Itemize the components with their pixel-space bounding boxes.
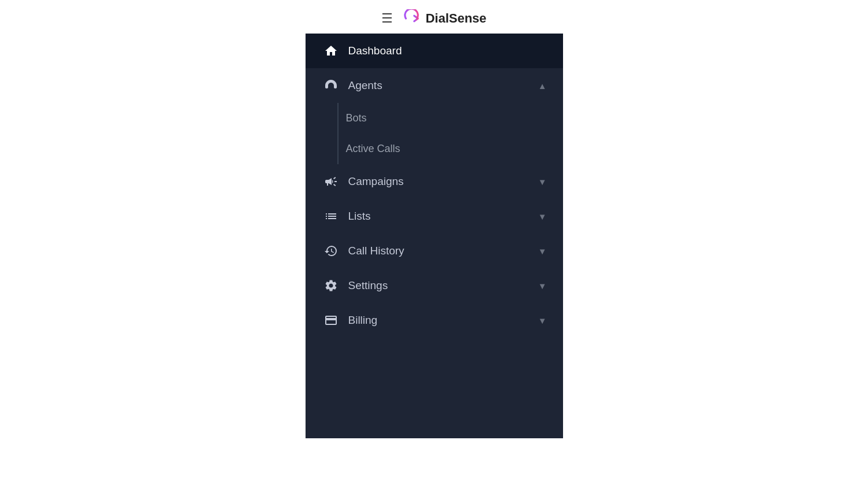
sidebar-item-agents[interactable]: Agents ▲ <box>306 68 563 103</box>
campaigns-chevron-down-icon: ▼ <box>538 177 547 187</box>
sidebar-item-settings[interactable]: Settings ▼ <box>306 268 563 303</box>
settings-chevron-down-icon: ▼ <box>538 281 547 291</box>
sidebar-item-lists-label: Lists <box>348 210 538 223</box>
agents-chevron-up-icon: ▲ <box>538 81 547 91</box>
settings-icon <box>322 279 340 293</box>
sidebar-item-dashboard-label: Dashboard <box>348 45 547 57</box>
sidebar-item-billing[interactable]: Billing ▼ <box>306 303 563 338</box>
sidebar-item-bots-label: Bots <box>346 112 367 124</box>
sidebar-item-active-calls-label: Active Calls <box>346 143 400 155</box>
main-content: Dashboard Agents ▲ Bots Active Calls <box>0 34 868 488</box>
history-icon <box>322 244 340 258</box>
lists-chevron-down-icon: ▼ <box>538 212 547 221</box>
dialsense-logo-icon <box>402 9 421 28</box>
sidebar-item-bots[interactable]: Bots <box>306 103 563 134</box>
logo-text: DialSense <box>425 11 486 26</box>
sidebar: Dashboard Agents ▲ Bots Active Calls <box>306 34 563 438</box>
list-icon <box>322 209 340 223</box>
agents-submenu: Bots Active Calls <box>306 103 563 164</box>
call-history-chevron-down-icon: ▼ <box>538 246 547 256</box>
sidebar-item-campaigns[interactable]: Campaigns ▼ <box>306 164 563 199</box>
home-icon <box>322 44 340 58</box>
topbar: ☰ DialSense <box>0 0 868 34</box>
megaphone-icon <box>322 175 340 188</box>
billing-icon <box>322 313 340 327</box>
sidebar-item-agents-label: Agents <box>348 79 538 92</box>
headset-icon <box>322 79 340 93</box>
sidebar-item-dashboard[interactable]: Dashboard <box>306 34 563 68</box>
sidebar-item-active-calls[interactable]: Active Calls <box>306 134 563 164</box>
sidebar-item-lists[interactable]: Lists ▼ <box>306 199 563 234</box>
sidebar-item-settings-label: Settings <box>348 279 538 292</box>
sidebar-item-call-history[interactable]: Call History ▼ <box>306 234 563 268</box>
logo-area: DialSense <box>402 9 486 28</box>
sidebar-item-call-history-label: Call History <box>348 245 538 257</box>
sidebar-item-billing-label: Billing <box>348 314 538 327</box>
hamburger-icon[interactable]: ☰ <box>381 11 393 26</box>
sidebar-item-campaigns-label: Campaigns <box>348 175 538 188</box>
billing-chevron-down-icon: ▼ <box>538 316 547 326</box>
